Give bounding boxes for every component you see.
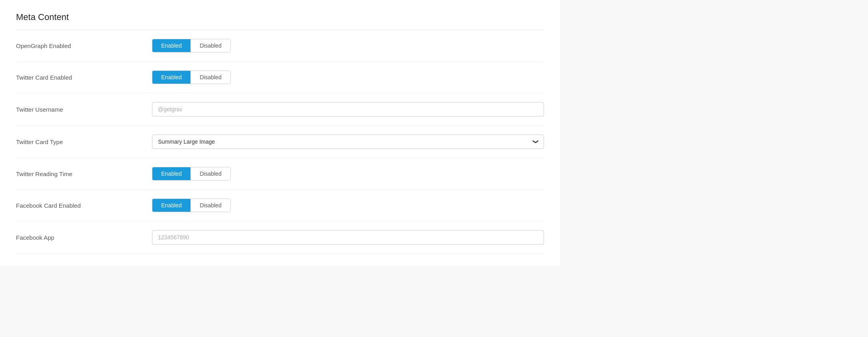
- toggle-group-opengraph-enabled: EnabledDisabled: [152, 39, 231, 52]
- select-wrapper-twitter-card-type: SummarySummary Large ImageAppPlayer❯: [152, 134, 544, 149]
- form-row-facebook-app: Facebook App: [16, 221, 544, 254]
- toggle-group-twitter-card-enabled: EnabledDisabled: [152, 70, 231, 84]
- control-facebook-card-enabled: EnabledDisabled: [152, 199, 544, 212]
- toggle-btn-twitter-card-enabled-disabled[interactable]: Disabled: [191, 71, 230, 84]
- toggle-btn-twitter-card-enabled-enabled[interactable]: Enabled: [152, 71, 191, 84]
- toggle-group-twitter-reading-time: EnabledDisabled: [152, 167, 231, 181]
- input-twitter-username[interactable]: [152, 102, 544, 116]
- page-title: Meta Content: [16, 12, 544, 22]
- toggle-group-facebook-card-enabled: EnabledDisabled: [152, 199, 231, 212]
- form-row-twitter-card-enabled: Twitter Card EnabledEnabledDisabled: [16, 62, 544, 93]
- input-facebook-app[interactable]: [152, 230, 544, 245]
- form-section: OpenGraph EnabledEnabledDisabledTwitter …: [16, 30, 544, 254]
- control-twitter-username: [152, 102, 544, 116]
- label-twitter-reading-time: Twitter Reading Time: [16, 171, 152, 177]
- label-twitter-username: Twitter Username: [16, 106, 152, 113]
- control-twitter-reading-time: EnabledDisabled: [152, 167, 544, 181]
- control-twitter-card-type: SummarySummary Large ImageAppPlayer❯: [152, 134, 544, 149]
- label-twitter-card-enabled: Twitter Card Enabled: [16, 74, 152, 81]
- control-facebook-app: [152, 230, 544, 245]
- select-twitter-card-type[interactable]: SummarySummary Large ImageAppPlayer: [152, 134, 544, 149]
- form-row-facebook-card-enabled: Facebook Card EnabledEnabledDisabled: [16, 190, 544, 221]
- toggle-btn-twitter-reading-time-disabled[interactable]: Disabled: [191, 167, 230, 180]
- label-facebook-app: Facebook App: [16, 234, 152, 241]
- form-row-twitter-username: Twitter Username: [16, 93, 544, 126]
- toggle-btn-facebook-card-enabled-enabled[interactable]: Enabled: [152, 199, 191, 212]
- toggle-btn-opengraph-enabled-enabled[interactable]: Enabled: [152, 39, 191, 52]
- toggle-btn-twitter-reading-time-enabled[interactable]: Enabled: [152, 167, 191, 180]
- form-row-twitter-card-type: Twitter Card TypeSummarySummary Large Im…: [16, 126, 544, 158]
- label-facebook-card-enabled: Facebook Card Enabled: [16, 202, 152, 209]
- label-twitter-card-type: Twitter Card Type: [16, 138, 152, 145]
- control-twitter-card-enabled: EnabledDisabled: [152, 70, 544, 84]
- control-opengraph-enabled: EnabledDisabled: [152, 39, 544, 52]
- form-row-twitter-reading-time: Twitter Reading TimeEnabledDisabled: [16, 158, 544, 190]
- main-container: Meta Content OpenGraph EnabledEnabledDis…: [0, 0, 560, 266]
- label-opengraph-enabled: OpenGraph Enabled: [16, 42, 152, 49]
- toggle-btn-opengraph-enabled-disabled[interactable]: Disabled: [191, 39, 230, 52]
- toggle-btn-facebook-card-enabled-disabled[interactable]: Disabled: [191, 199, 230, 212]
- form-row-opengraph-enabled: OpenGraph EnabledEnabledDisabled: [16, 30, 544, 62]
